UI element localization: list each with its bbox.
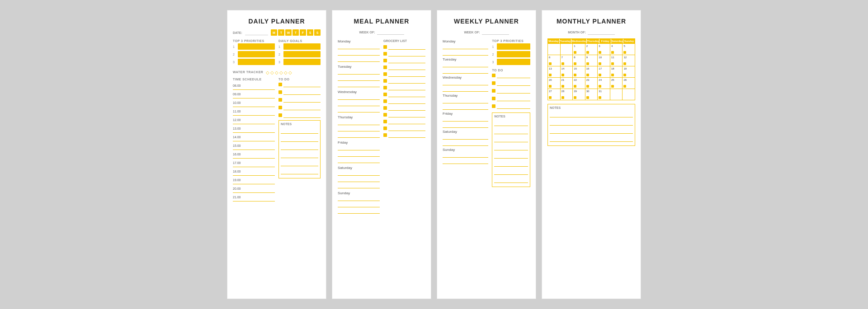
- weekly-wednesday-label: Wednesday: [443, 75, 488, 80]
- drop-5[interactable]: ◇: [284, 70, 288, 75]
- daily-planner-title: DAILY PLANNER: [233, 18, 321, 25]
- weekly-tuesday: Tuesday: [443, 57, 488, 74]
- weekly-week-of-line[interactable]: [482, 29, 509, 35]
- cal-week-5: 27 28 29 30 31: [548, 89, 635, 100]
- cal-week-1: 1 2 3 4 5: [548, 43, 635, 55]
- cal-cell[interactable]: 11: [610, 55, 623, 66]
- goal-3: 3: [278, 59, 321, 65]
- wednesday-label: Wednesday: [338, 90, 380, 94]
- meal-days-col: Monday Tuesday Wednesday: [338, 39, 380, 216]
- cal-cell[interactable]: 15: [573, 66, 585, 77]
- weekly-todo-2: [492, 80, 530, 86]
- cal-cell[interactable]: 6: [548, 55, 561, 66]
- cal-cell[interactable]: 2: [585, 44, 598, 55]
- month-of-line[interactable]: [588, 29, 615, 35]
- cal-cell[interactable]: 3: [598, 44, 610, 55]
- cal-cell[interactable]: 4: [610, 44, 623, 55]
- cal-cell[interactable]: 27: [548, 89, 561, 100]
- meal-content: Monday Tuesday Wednesday: [338, 39, 425, 216]
- cal-cell[interactable]: 8: [573, 55, 585, 66]
- time-1000: 10.00: [233, 99, 275, 107]
- cal-cell[interactable]: 24: [598, 78, 610, 89]
- cal-cell[interactable]: 23: [585, 78, 598, 89]
- grocery-1: [383, 44, 425, 50]
- weekly-thursday: Thursday: [443, 94, 488, 110]
- cal-cell[interactable]: 31: [598, 89, 610, 100]
- cal-cell[interactable]: 18: [610, 66, 623, 77]
- grocery-13: [383, 126, 425, 131]
- cal-cell[interactable]: 5: [623, 44, 635, 55]
- day-s2[interactable]: S: [314, 29, 321, 36]
- cal-cell[interactable]: 13: [548, 66, 561, 77]
- cal-cell[interactable]: 7: [561, 55, 573, 66]
- time-0800: 08.00: [233, 82, 275, 90]
- cal-cell[interactable]: 25: [610, 78, 623, 89]
- monthly-planner-card: MONTHLY PLANNER MONTH OF: Monday Tuesday…: [542, 10, 641, 299]
- weekly-todo-3: [492, 88, 530, 94]
- cal-cell[interactable]: [561, 44, 573, 55]
- day-m[interactable]: M: [271, 29, 277, 36]
- time-1500: 15.00: [233, 142, 275, 150]
- daily-planner-card: DAILY PLANNER DATE: M T W T F S S TOP 3 …: [227, 10, 326, 299]
- day-t1[interactable]: T: [278, 29, 284, 36]
- drop-6[interactable]: ◇: [288, 70, 292, 75]
- weekly-monday-label: Monday: [443, 39, 488, 43]
- week-of-line[interactable]: [377, 29, 404, 35]
- cal-cell[interactable]: 21: [561, 78, 573, 89]
- weekly-priority-1: 1: [492, 43, 530, 50]
- drop-3[interactable]: ◇: [275, 70, 278, 75]
- goal-2: 2: [278, 51, 321, 57]
- weekly-todo-4: [492, 96, 530, 101]
- weekly-monday: Monday: [443, 39, 488, 56]
- cal-header-wed: Wednesday: [571, 39, 587, 43]
- meal-tuesday: Tuesday: [338, 65, 380, 87]
- priority-3: 3: [233, 59, 275, 65]
- cal-cell[interactable]: 1: [573, 44, 585, 55]
- drop-4[interactable]: ◇: [279, 70, 283, 75]
- cal-cell[interactable]: 28: [561, 89, 573, 100]
- weekly-priority-3: 3: [492, 59, 530, 65]
- time-col: TIME SCHEDULE 08.00 09.00 10.00 11.00 12…: [233, 78, 275, 202]
- todo-item-3: [278, 97, 321, 103]
- calendar-grid: Monday Tuesday Wednesday Thursday Friday…: [547, 38, 635, 100]
- weekly-planner-card: WEEKLY PLANNER WEEK OF: Monday Tuesday W…: [437, 10, 536, 299]
- cal-cell[interactable]: 29: [573, 89, 585, 100]
- cal-cell[interactable]: [548, 44, 561, 55]
- weekly-wednesday: Wednesday: [443, 75, 488, 92]
- cal-cell[interactable]: 9: [585, 55, 598, 66]
- cal-cell[interactable]: 10: [598, 55, 610, 66]
- cal-cell[interactable]: 16: [585, 66, 598, 77]
- weekly-todo-label: TO DO: [492, 69, 530, 72]
- cal-cell[interactable]: 22: [573, 78, 585, 89]
- time-1600: 16.00: [233, 150, 275, 159]
- weekly-notes-box: NOTES: [492, 112, 530, 187]
- grocery-6: [383, 78, 425, 84]
- week-of-label: WEEK OF:: [359, 31, 375, 34]
- meal-thursday: Thursday: [338, 115, 380, 138]
- weekly-todo-5: [492, 103, 530, 109]
- cal-cell[interactable]: 30: [585, 89, 598, 100]
- cal-cell[interactable]: 14: [561, 66, 573, 77]
- monthly-planner-title: MONTHLY PLANNER: [547, 18, 635, 25]
- cal-header-tue: Tuesday: [560, 39, 571, 43]
- day-f[interactable]: F: [300, 29, 306, 36]
- monday-label: Monday: [338, 39, 380, 43]
- cal-cell[interactable]: 17: [598, 66, 610, 77]
- drop-2[interactable]: ◇: [270, 70, 274, 75]
- day-w[interactable]: W: [285, 29, 292, 36]
- friday-label: Friday: [338, 140, 380, 145]
- date-line[interactable]: [245, 30, 268, 35]
- thursday-label: Thursday: [338, 115, 380, 119]
- day-s1[interactable]: S: [307, 29, 313, 36]
- top3-label: TOP 3 PRIORITIES: [233, 39, 275, 42]
- day-t2[interactable]: T: [292, 29, 299, 36]
- cal-cell[interactable]: 26: [623, 78, 635, 89]
- cal-cell[interactable]: 19: [623, 66, 635, 77]
- cal-header-sun: Sunday: [623, 39, 635, 43]
- weekly-saturday-label: Saturday: [443, 130, 488, 134]
- cal-cell[interactable]: 12: [623, 55, 635, 66]
- goals-col: DAILY GOALS 1 2 3: [278, 39, 321, 66]
- drop-1[interactable]: ◇: [266, 70, 269, 75]
- cal-cell[interactable]: 20: [548, 78, 561, 89]
- notes-box: NOTES: [278, 120, 321, 178]
